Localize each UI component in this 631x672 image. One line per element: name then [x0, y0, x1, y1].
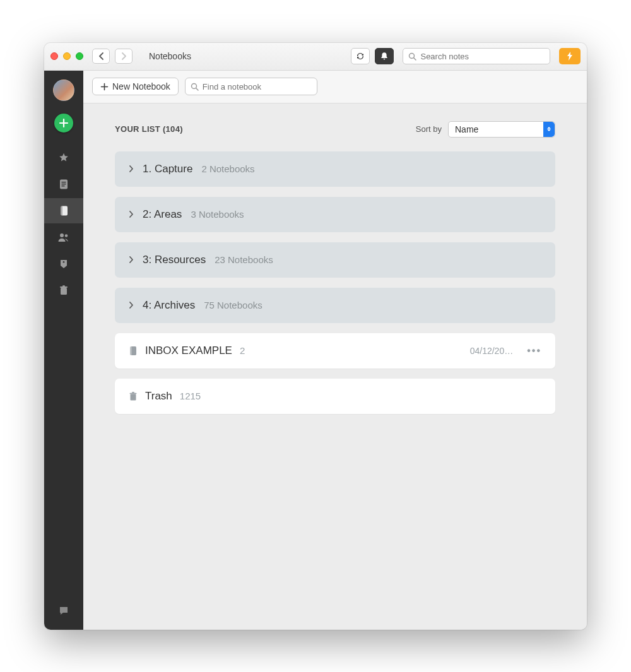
sort-value: Name	[455, 124, 478, 134]
svg-rect-20	[130, 392, 137, 394]
stack-name: 3: Resources	[143, 254, 206, 266]
svg-point-10	[65, 234, 68, 237]
chat-icon	[58, 605, 69, 616]
chevron-updown-icon	[543, 122, 555, 137]
stack-row[interactable]: 2: Areas3 Notebooks	[115, 197, 555, 232]
search-icon	[191, 83, 199, 91]
people-icon	[57, 232, 70, 242]
chevron-right-icon	[129, 165, 134, 172]
upgrade-button[interactable]	[559, 48, 581, 64]
app-body: New Notebook YOUR LIST (104) Sort by Nam…	[44, 71, 587, 630]
svg-line-16	[196, 88, 198, 90]
chevron-right-icon	[129, 211, 134, 218]
avatar[interactable]	[53, 80, 74, 101]
main-panel: New Notebook YOUR LIST (104) Sort by Nam…	[83, 71, 587, 630]
find-notebook-input[interactable]	[203, 82, 312, 91]
sidebar-item-all-notes[interactable]	[44, 172, 83, 197]
svg-rect-18	[130, 346, 132, 355]
trash-icon	[129, 391, 138, 401]
notebook-icon	[59, 205, 69, 216]
back-button[interactable]	[92, 49, 110, 64]
notebooks-toolbar: New Notebook	[83, 71, 587, 103]
notebook-name: Trash	[145, 390, 172, 403]
notebook-icon	[129, 346, 138, 356]
notifications-button[interactable]	[375, 48, 394, 64]
find-notebook-field[interactable]	[185, 78, 317, 95]
star-icon	[58, 152, 69, 163]
stack-count: 75 Notebooks	[204, 300, 262, 310]
app-window: Notebooks	[44, 43, 587, 630]
trash-icon	[59, 285, 69, 296]
notebook-list: YOUR LIST (104) Sort by Name 1. Capture2…	[83, 103, 587, 630]
svg-point-9	[60, 233, 64, 237]
sidebar-item-workchat[interactable]	[44, 598, 83, 623]
notebook-row[interactable]: INBOX EXAMPLE204/12/20…•••	[115, 333, 555, 368]
zoom-window-button[interactable]	[76, 52, 83, 60]
note-icon	[59, 179, 69, 190]
sidebar-item-shared[interactable]	[44, 225, 83, 250]
svg-rect-19	[131, 394, 136, 400]
notebook-name: INBOX EXAMPLE	[145, 345, 232, 357]
new-notebook-label: New Notebook	[112, 81, 170, 91]
svg-line-1	[414, 57, 416, 60]
sort-control: Sort by Name	[416, 121, 555, 138]
search-notes-input[interactable]	[420, 52, 545, 61]
sidebar-item-notebooks[interactable]	[44, 198, 83, 223]
notebook-count: 1215	[180, 391, 201, 401]
new-notebook-button[interactable]: New Notebook	[92, 78, 179, 95]
stack-name: 4: Archives	[143, 299, 195, 312]
list-header: YOUR LIST (104) Sort by Name	[115, 121, 555, 138]
stack-name: 1. Capture	[143, 163, 192, 175]
stack-count: 2 Notebooks	[201, 163, 254, 174]
svg-rect-6	[62, 186, 65, 186]
stack-count: 23 Notebooks	[215, 254, 273, 265]
svg-rect-14	[62, 285, 65, 286]
sync-button[interactable]	[351, 48, 370, 64]
svg-rect-21	[132, 392, 134, 393]
window-title: Notebooks	[149, 51, 191, 61]
sort-label: Sort by	[416, 124, 442, 134]
svg-rect-8	[61, 206, 62, 215]
sidebar-item-tags[interactable]	[44, 251, 83, 276]
sidebar-item-shortcuts[interactable]	[44, 145, 83, 170]
stack-row[interactable]: 3: Resources23 Notebooks	[115, 242, 555, 278]
forward-button[interactable]	[115, 49, 133, 64]
chevron-right-icon	[129, 302, 134, 309]
more-button[interactable]: •••	[527, 345, 541, 357]
sidebar-item-trash[interactable]	[44, 278, 83, 303]
search-notes-field[interactable]	[403, 48, 550, 64]
tag-icon	[59, 258, 69, 269]
sidebar	[44, 71, 83, 630]
svg-point-11	[63, 261, 65, 262]
notebook-date: 04/12/20…	[470, 346, 514, 356]
svg-rect-5	[62, 184, 66, 184]
sort-select[interactable]: Name	[448, 121, 555, 138]
trash-row[interactable]: Trash1215	[115, 379, 555, 414]
svg-rect-4	[62, 182, 66, 182]
titlebar: Notebooks	[44, 43, 587, 71]
stack-row[interactable]: 1. Capture2 Notebooks	[115, 151, 555, 187]
notebook-count: 2	[240, 345, 245, 356]
minimize-window-button[interactable]	[63, 52, 71, 60]
stack-row[interactable]: 4: Archives75 Notebooks	[115, 288, 555, 323]
list-heading: YOUR LIST (104)	[115, 124, 183, 134]
new-note-button[interactable]	[54, 114, 73, 133]
close-window-button[interactable]	[50, 52, 58, 60]
window-controls	[50, 52, 83, 60]
stack-count: 3 Notebooks	[191, 209, 244, 220]
plus-icon	[100, 83, 109, 91]
chevron-right-icon	[129, 256, 134, 263]
stack-name: 2: Areas	[143, 208, 182, 221]
svg-rect-12	[61, 288, 67, 295]
search-icon	[408, 52, 416, 61]
